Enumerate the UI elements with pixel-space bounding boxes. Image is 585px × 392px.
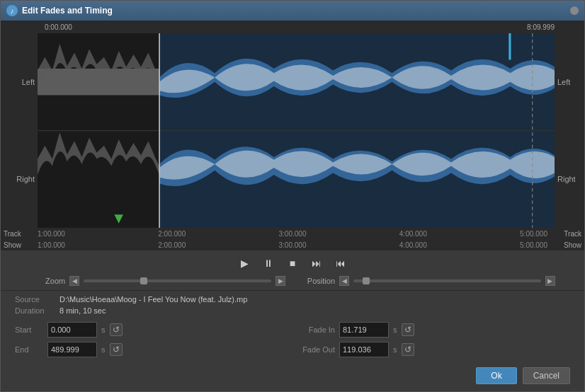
source-row: Source D:\Music\Hoeaa\Moog - I Feel You …	[15, 295, 570, 304]
slider-row: Zoom ◀ ▶ Position ◀ ▶	[30, 276, 555, 286]
right-channel-label-left: Right	[16, 175, 35, 183]
duration-row: Duration 8 min, 10 sec	[15, 306, 570, 315]
end-input[interactable]	[47, 342, 97, 357]
stop-button[interactable]: ■	[284, 255, 301, 272]
fade-out-unit: s	[393, 345, 397, 354]
time-start-label: 0:00.000	[45, 23, 72, 31]
tick-1: 1:00.000	[38, 230, 65, 238]
track-ruler-row: Track 1:00.000 2:00.000 3:00.000 4:00.00…	[1, 228, 584, 239]
ok-button[interactable]: Ok	[476, 367, 516, 384]
svg-rect-7	[509, 33, 511, 60]
show-ruler-row: Show 1:00.000 2:00.000 3:00.000 4:00.000…	[1, 239, 584, 250]
zoom-label: Zoom	[30, 277, 65, 285]
tick-2: 2:00.000	[158, 230, 186, 238]
time-ruler-top: 0:00.000 8:09.999	[1, 21, 584, 33]
right-params: Fade In s ↺ Fade Out s ↺	[300, 322, 570, 357]
pos-thumb[interactable]	[363, 277, 370, 284]
waveform-container: Left Right	[1, 33, 584, 228]
left-channel-label-top: Left	[22, 78, 35, 86]
tick-3: 3:00.000	[279, 230, 307, 238]
position-label: Position	[300, 277, 335, 285]
track-ticks: 1:00.000 2:00.000 3:00.000 4:00.000 5:00…	[38, 230, 547, 238]
fade-out-reset-btn[interactable]: ↺	[402, 343, 414, 356]
main-window: ♪ Edit Fades and Timing 0:00.000 8:09.99…	[0, 0, 585, 392]
channel-labels-left: Left Right	[1, 33, 38, 228]
show-tick-1: 1:00.000	[38, 241, 65, 249]
duration-label: Duration	[15, 306, 54, 315]
fade-in-unit: s	[393, 325, 397, 334]
fade-out-label: Fade Out	[300, 345, 335, 354]
show-tick-4: 4:00.000	[399, 241, 427, 249]
end-unit: s	[101, 345, 106, 354]
start-input[interactable]	[47, 322, 97, 338]
fade-out-row: Fade Out s ↺	[300, 342, 570, 357]
window-title: Edit Fades and Timing	[22, 6, 566, 16]
start-reset-btn[interactable]: ↺	[110, 323, 123, 336]
fade-in-row: Fade In s ↺	[300, 322, 570, 338]
position-slider-group: Position ◀ ▶	[300, 276, 555, 286]
play-button[interactable]: ▶	[236, 255, 253, 272]
end-reset-btn[interactable]: ↺	[110, 343, 123, 356]
end-label: End	[15, 345, 43, 354]
waveform-canvas[interactable]	[38, 33, 555, 228]
source-value: D:\Music\Hoeaa\Moog - I Feel You Now (fe…	[59, 295, 247, 304]
tick-4: 4:00.000	[399, 230, 427, 238]
playback-controls: ▶ ⏸ ■ ⏭ ⏮	[236, 255, 349, 272]
pos-right-btn[interactable]: ▶	[545, 276, 555, 286]
start-row: Start s ↺	[15, 322, 285, 338]
fade-in-reset-btn[interactable]: ↺	[402, 323, 414, 336]
show-tick-5: 5:00.000	[520, 241, 547, 249]
time-end-label: 8:09.999	[527, 23, 555, 31]
info-section: Source D:\Music\Hoeaa\Moog - I Feel You …	[1, 290, 584, 319]
controls-section: ▶ ⏸ ■ ⏭ ⏮ Zoom ◀ ▶ Position ◀ ▶	[1, 250, 584, 290]
footer-buttons: Ok Cancel	[1, 363, 584, 391]
zoom-left-btn[interactable]: ◀	[69, 276, 79, 286]
pause-button[interactable]: ⏸	[260, 255, 277, 272]
start-label: Start	[15, 325, 43, 334]
channel-labels-right: Left Right	[555, 33, 584, 228]
show-ticks: 1:00.000 2:00.000 3:00.000 4:00.000 5:00…	[38, 241, 547, 249]
zoom-thumb[interactable]	[140, 277, 147, 284]
show-label-left: Show	[4, 241, 21, 249]
next-button[interactable]: ⏭	[308, 255, 325, 272]
show-tick-3: 3:00.000	[279, 241, 307, 249]
pos-left-btn[interactable]: ◀	[339, 276, 349, 286]
track-label-right: Track	[564, 230, 581, 238]
zoom-track[interactable]	[84, 279, 271, 282]
show-label-right: Show	[564, 241, 581, 249]
tick-5: 5:00.000	[520, 230, 547, 238]
zoom-right-btn[interactable]: ▶	[276, 276, 285, 286]
prev-button[interactable]: ⏮	[332, 255, 349, 272]
fade-out-input[interactable]	[339, 342, 389, 357]
pos-track[interactable]	[353, 279, 541, 282]
left-channel-label-right: Left	[557, 78, 570, 86]
waveform-area: 0:00.000 8:09.999 Left Right	[1, 21, 584, 250]
fade-in-label: Fade In	[300, 325, 335, 334]
end-row: End s ↺	[15, 342, 285, 357]
right-channel-label-right: Right	[557, 175, 576, 183]
start-unit: s	[101, 325, 106, 334]
source-label: Source	[15, 295, 54, 304]
fade-in-input[interactable]	[339, 322, 389, 338]
app-icon: ♪	[6, 5, 18, 16]
waveform-svg	[38, 33, 555, 228]
params-section: Start s ↺ End s ↺ Fade In s ↺ Fade Out	[1, 319, 584, 363]
left-params: Start s ↺ End s ↺	[15, 322, 285, 357]
cancel-button[interactable]: Cancel	[523, 367, 570, 384]
zoom-slider-group: Zoom ◀ ▶	[30, 276, 285, 286]
track-label-left: Track	[4, 230, 21, 238]
title-bar: ♪ Edit Fades and Timing	[1, 1, 584, 21]
show-tick-2: 2:00.000	[158, 241, 186, 249]
close-button[interactable]	[570, 6, 579, 15]
duration-value: 8 min, 10 sec	[59, 306, 106, 315]
